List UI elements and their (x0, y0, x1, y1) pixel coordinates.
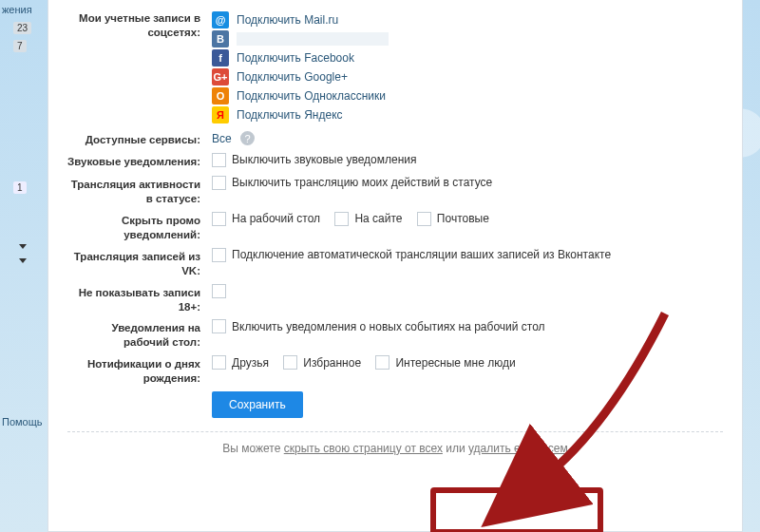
promo-label: Скрыть промо уведомлений: (67, 212, 212, 242)
activity-label: Трансляция активности в статусе: (67, 176, 212, 206)
bday-fav-checkbox[interactable] (283, 355, 297, 370)
promo-mail-checkbox[interactable] (417, 212, 431, 226)
sidebar-partial-link[interactable]: жения (0, 0, 38, 19)
delete-page-link[interactable]: удалить её совсем (468, 442, 568, 455)
promo-site-checkbox[interactable] (334, 212, 349, 226)
desktop-notif-checkbox[interactable] (212, 319, 226, 333)
connect-facebook-link[interactable]: Подключить Facebook (237, 51, 354, 65)
services-label: Доступные сервисы: (67, 131, 212, 147)
adult-checkbox[interactable] (212, 284, 226, 298)
accounts-label: Мои учетные записи в соцсетях: (67, 10, 212, 40)
activity-checkbox[interactable] (212, 176, 226, 190)
adult-label: Не показывать записи 18+: (67, 284, 212, 314)
separator (67, 431, 723, 432)
save-button[interactable]: Сохранить (212, 391, 303, 418)
left-sidebar: жения 23 7 1 Помощь (0, 0, 38, 532)
mailru-icon: @ (212, 11, 229, 28)
vk-icon: B (212, 30, 229, 48)
help-icon[interactable]: ? (240, 131, 255, 145)
connect-ok-link[interactable]: Подключить Одноклассники (237, 89, 386, 103)
sound-label: Звуковые уведомления: (67, 153, 212, 169)
vk-feed-checkbox[interactable] (212, 248, 226, 262)
activity-checkbox-label: Выключить трансляцию моих действий в ста… (232, 176, 492, 189)
caret-down-icon[interactable] (19, 244, 27, 249)
connect-googleplus-link[interactable]: Подключить Google+ (237, 70, 348, 84)
sidebar-badge: 23 (13, 22, 31, 34)
services-all-link[interactable]: Все (212, 132, 232, 145)
promo-desktop-checkbox[interactable] (212, 212, 226, 226)
odnoklassniki-icon: O (212, 87, 229, 104)
desktop-notif-checkbox-label: Включить уведомления о новых событиях на… (232, 320, 545, 333)
bday-friends-checkbox[interactable] (212, 355, 226, 370)
sidebar-badge: 7 (13, 40, 27, 52)
googleplus-icon: G+ (212, 68, 229, 86)
vk-feed-label: Трансляция записей из VK: (67, 248, 212, 278)
birthday-label: Нотификации о днях рождения: (67, 355, 212, 386)
sound-checkbox-label: Выключить звуковые уведомления (232, 153, 417, 166)
desktop-notif-label: Уведомления на рабочий стол: (67, 319, 212, 350)
settings-panel: Мои учетные записи в соцсетях: @Подключи… (48, 0, 743, 532)
connect-mailru-link[interactable]: Подключить Mail.ru (237, 13, 338, 27)
sound-checkbox[interactable] (212, 153, 226, 167)
footer-text: Вы можете скрыть свою страницу от всех и… (67, 442, 723, 455)
vk-feed-checkbox-label: Подключение автоматической трансляции ва… (232, 248, 611, 261)
sidebar-badge-small: 1 (13, 181, 27, 194)
vk-connected-bar (237, 32, 389, 46)
bday-interest-checkbox[interactable] (375, 355, 390, 370)
facebook-icon: f (212, 49, 229, 66)
caret-down-icon[interactable] (19, 258, 27, 263)
yandex-icon: Я (212, 106, 229, 124)
help-link[interactable]: Помощь (2, 416, 43, 428)
hide-page-link[interactable]: скрыть свою страницу от всех (284, 442, 443, 455)
connect-yandex-link[interactable]: Подключить Яндекс (237, 108, 343, 122)
